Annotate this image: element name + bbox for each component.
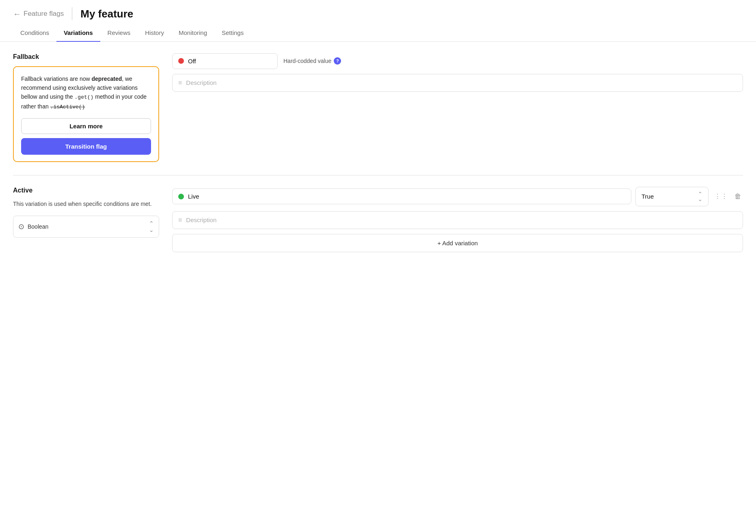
active-value-text: True bbox=[642, 193, 654, 200]
active-variation-name-field: Live bbox=[172, 188, 631, 204]
drag-handle-button[interactable]: ⋮⋮ bbox=[713, 191, 730, 202]
boolean-type-chevron: ⌃⌄ bbox=[149, 220, 154, 233]
section-divider bbox=[13, 175, 743, 175]
tab-monitoring[interactable]: Monitoring bbox=[171, 25, 214, 42]
fallback-description-placeholder: Description bbox=[186, 79, 216, 86]
tab-settings[interactable]: Settings bbox=[214, 25, 251, 42]
add-variation-button[interactable]: + Add variation bbox=[172, 234, 743, 252]
active-description-field[interactable]: ≡ Description bbox=[172, 211, 743, 229]
fallback-title: Fallback bbox=[13, 53, 159, 61]
deprecation-code-normal: .get() bbox=[75, 94, 94, 100]
active-variation-row: Live True ⌃⌄ ⋮⋮ 🗑 bbox=[172, 187, 743, 206]
active-description: This variation is used when specific con… bbox=[13, 200, 159, 208]
fallback-left: Fallback Fallback variations are now dep… bbox=[13, 53, 159, 162]
deprecation-bold: deprecated bbox=[92, 76, 122, 82]
description-menu-icon: ≡ bbox=[178, 79, 182, 87]
learn-more-button[interactable]: Learn more bbox=[21, 118, 151, 134]
tab-conditions[interactable]: Conditions bbox=[13, 25, 56, 42]
fallback-variation-name: Off bbox=[188, 58, 196, 65]
active-title: Active bbox=[13, 187, 159, 194]
back-link[interactable]: ← Feature flags bbox=[13, 9, 64, 19]
fallback-variation-name-field: Off bbox=[172, 53, 278, 69]
deprecation-text: Fallback variations are now deprecated, … bbox=[21, 74, 151, 112]
hard-coded-text: Hard-codded value bbox=[283, 58, 331, 64]
active-left: Active This variation is used when speci… bbox=[13, 187, 159, 252]
live-dot bbox=[178, 194, 184, 199]
tabs-bar: Conditions Variations Reviews History Mo… bbox=[0, 25, 756, 42]
tab-reviews[interactable]: Reviews bbox=[100, 25, 138, 42]
back-label: Feature flags bbox=[24, 10, 64, 18]
hard-coded-label: Hard-codded value ? bbox=[282, 57, 341, 65]
fallback-section: Fallback Fallback variations are now dep… bbox=[13, 53, 743, 175]
active-right: Live True ⌃⌄ ⋮⋮ 🗑 ≡ Description + Add va… bbox=[172, 187, 743, 252]
tab-history[interactable]: History bbox=[138, 25, 171, 42]
tab-variations[interactable]: Variations bbox=[56, 25, 100, 42]
active-value-select[interactable]: True ⌃⌄ bbox=[635, 187, 708, 206]
transition-flag-button[interactable]: Transition flag bbox=[21, 138, 151, 155]
active-description-placeholder: Description bbox=[186, 216, 216, 223]
boolean-type-select[interactable]: ⊙ Boolean ⌃⌄ bbox=[13, 216, 159, 238]
active-row-actions: ⋮⋮ 🗑 bbox=[713, 191, 743, 202]
active-description-menu-icon: ≡ bbox=[178, 216, 182, 224]
active-section: Active This variation is used when speci… bbox=[13, 187, 743, 265]
toggle-icon: ⊙ bbox=[18, 222, 24, 231]
boolean-select-left: ⊙ Boolean bbox=[18, 222, 48, 231]
deprecation-box: Fallback variations are now deprecated, … bbox=[13, 66, 159, 162]
deprecation-code-strike: .isActive() bbox=[50, 104, 85, 110]
delete-variation-button[interactable]: 🗑 bbox=[733, 191, 743, 202]
header-divider bbox=[72, 7, 72, 20]
off-dot bbox=[178, 58, 184, 64]
back-arrow-icon: ← bbox=[13, 9, 21, 19]
fallback-top-row: Off Hard-codded value ? bbox=[172, 53, 743, 69]
fallback-description-field[interactable]: ≡ Description bbox=[172, 74, 743, 92]
active-variation-name: Live bbox=[188, 193, 199, 200]
value-select-chevron: ⌃⌄ bbox=[698, 191, 702, 202]
hard-coded-info-icon[interactable]: ? bbox=[334, 57, 341, 65]
page-title: My feature bbox=[80, 8, 133, 20]
boolean-type-label: Boolean bbox=[28, 223, 48, 230]
deprecation-text-1: Fallback variations are now bbox=[21, 76, 92, 82]
fallback-right: Off Hard-codded value ? ≡ Description bbox=[172, 53, 743, 162]
main-content: Fallback Fallback variations are now dep… bbox=[0, 42, 756, 265]
